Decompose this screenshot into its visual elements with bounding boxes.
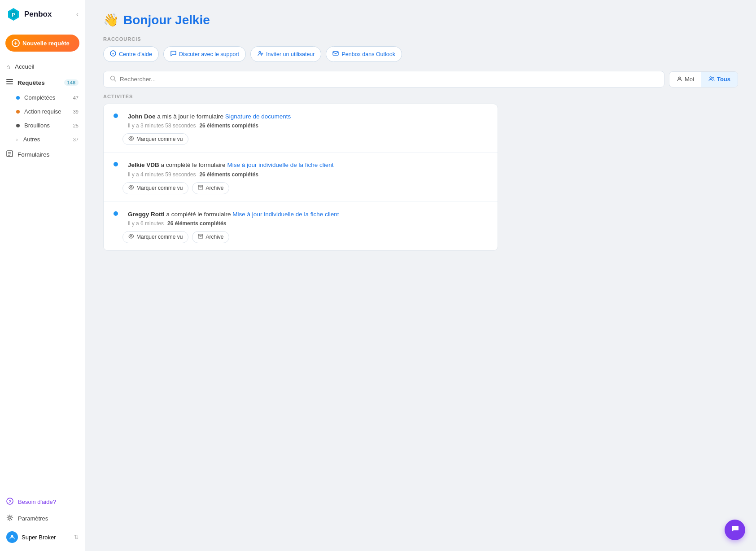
activity-3-meta: il y a 6 minutes 26 éléments complétés	[128, 220, 339, 227]
activities-section-label: ACTIVITÉS	[103, 94, 738, 99]
autres-badge: 37	[73, 137, 79, 142]
svg-line-21	[114, 80, 116, 82]
tab-tous[interactable]: Tous	[701, 72, 738, 87]
activity-1-dot	[114, 114, 118, 118]
sidebar-collapse-button[interactable]: ‹	[76, 10, 79, 18]
shortcut-discuter-support[interactable]: Discuter avec le support	[163, 46, 246, 62]
main-content: 👋 Bonjour Jelkie RACCOURCIS ? Centre d'a…	[85, 0, 756, 551]
help-icon: ?	[6, 498, 13, 506]
activity-2-dot	[114, 162, 118, 166]
user-area[interactable]: Super Broker ⇅	[0, 527, 85, 547]
search-filter-row: Moi Tous	[103, 71, 738, 87]
mark-seen-label-3: Marquer comme vu	[136, 234, 183, 240]
completees-badge: 47	[73, 95, 79, 101]
activity-2-meta: il y a 4 minutes 59 secondes 26 éléments…	[128, 171, 334, 178]
svg-rect-27	[198, 185, 203, 187]
tab-moi[interactable]: Moi	[669, 72, 701, 87]
activity-item-2: Jelkie VDB a complété le formulaire Mise…	[104, 153, 498, 201]
activity-1-action: a mis à jour le formulaire	[157, 113, 225, 120]
activity-2-content: Jelkie VDB a complété le formulaire Mise…	[128, 161, 334, 177]
archive-icon-3	[198, 234, 203, 241]
activity-2-header: Jelkie VDB a complété le formulaire Mise…	[114, 161, 488, 177]
svg-rect-19	[333, 52, 338, 55]
activity-item-3: Greggy Rotti a complété le formulaire Mi…	[104, 202, 498, 250]
sidebar-label-help: Besoin d'aide?	[18, 499, 56, 505]
sidebar-item-completees[interactable]: Complétées 47	[0, 91, 85, 105]
activity-2-count: 26 éléments complétés	[199, 171, 258, 178]
sidebar-item-formulaires[interactable]: Formulaires	[0, 146, 85, 162]
sidebar-footer: ? Besoin d'aide? Paramètres Super Brok	[0, 488, 85, 551]
activity-2-text: Jelkie VDB a complété le formulaire Mise…	[128, 161, 334, 170]
activity-2-form-link[interactable]: Mise à jour individuelle de la fiche cli…	[227, 162, 333, 168]
sub-nav: Complétées 47 Action requise 39 Brouillo…	[0, 91, 85, 146]
sidebar-item-requetes[interactable]: Requêtes 148	[0, 74, 85, 91]
sidebar-label-brouillons: Brouillons	[24, 122, 69, 129]
mark-seen-label-1: Marquer comme vu	[136, 136, 183, 142]
activity-3-text: Greggy Rotti a complété le formulaire Mi…	[128, 210, 339, 219]
shortcut-label-inviter-utilisateur: Inviter un utilisateur	[266, 51, 315, 57]
archive-button-3[interactable]: Archive	[192, 231, 229, 243]
sidebar-item-settings[interactable]: Paramètres	[0, 510, 85, 527]
sidebar-item-accueil[interactable]: ⌂ Accueil	[0, 59, 85, 74]
activity-3-dot	[114, 211, 118, 216]
sidebar-item-brouillons[interactable]: Brouillons 25	[0, 118, 85, 132]
action-requise-badge: 39	[73, 109, 79, 114]
new-request-label: Nouvelle requête	[22, 40, 70, 47]
activity-1-actions: Marquer comme vu	[122, 133, 488, 145]
svg-point-25	[131, 138, 132, 140]
shortcut-inviter-utilisateur[interactable]: Inviter un utilisateur	[250, 46, 321, 62]
tab-moi-label: Moi	[685, 76, 694, 83]
tab-tous-label: Tous	[717, 76, 730, 83]
svg-rect-4	[6, 81, 13, 82]
shortcut-label-centre-aide: Centre d'aide	[119, 51, 152, 57]
penbox-logo-icon: P	[6, 7, 21, 22]
sidebar-nav: ⌂ Accueil Requêtes 148 Complétées 47	[0, 55, 85, 488]
search-box	[103, 71, 664, 87]
svg-rect-5	[6, 83, 13, 84]
activity-1-content: John Doe a mis à jour le formulaire Sign…	[128, 112, 291, 129]
activity-3-form-link[interactable]: Mise à jour individuelle de la fiche cli…	[232, 211, 339, 218]
archive-button-2[interactable]: Archive	[192, 182, 229, 194]
activity-1-text: John Doe a mis à jour le formulaire Sign…	[128, 112, 291, 121]
sidebar-item-autres[interactable]: › Autres 37	[0, 132, 85, 146]
sidebar-label-requetes: Requêtes	[17, 79, 60, 86]
user-avatar	[6, 531, 18, 543]
user-name-label: Super Broker	[22, 534, 70, 541]
activity-3-content: Greggy Rotti a complété le formulaire Mi…	[128, 210, 339, 227]
activity-2-actions: Marquer comme vu Archive	[122, 182, 488, 194]
svg-point-29	[131, 236, 132, 237]
svg-text:?: ?	[112, 52, 114, 56]
new-request-button[interactable]: + Nouvelle requête	[5, 35, 79, 52]
activity-3-actions: Marquer comme vu Archive	[122, 231, 488, 243]
shortcut-label-discuter-support: Discuter avec le support	[179, 51, 239, 57]
mark-seen-button-3[interactable]: Marquer comme vu	[122, 231, 188, 243]
activity-2-user: Jelkie VDB	[128, 162, 159, 168]
search-input[interactable]	[120, 76, 658, 83]
user-add-icon	[257, 50, 263, 58]
svg-text:P: P	[12, 12, 15, 17]
sidebar-label-accueil: Accueil	[15, 63, 79, 70]
mark-seen-button-1[interactable]: Marquer comme vu	[122, 133, 188, 145]
users-icon	[708, 76, 715, 83]
sidebar-item-action-requise[interactable]: Action requise 39	[0, 105, 85, 118]
shortcuts-section-label: RACCOURCIS	[103, 36, 738, 42]
svg-rect-3	[6, 79, 13, 80]
user-chevron-icon: ⇅	[74, 534, 79, 540]
sidebar-item-help[interactable]: ? Besoin d'aide?	[0, 494, 85, 510]
svg-point-24	[712, 77, 713, 78]
mark-seen-button-2[interactable]: Marquer comme vu	[122, 182, 188, 194]
activity-1-form-link[interactable]: Signature de documents	[225, 113, 291, 120]
activity-1-header: John Doe a mis à jour le formulaire Sign…	[114, 112, 488, 129]
logo-area: P Penbox	[6, 7, 52, 22]
shortcut-penbox-outlook[interactable]: Penbox dans Outlook	[326, 46, 402, 62]
shortcut-centre-aide[interactable]: ? Centre d'aide	[103, 46, 159, 62]
page-header: 👋 Bonjour Jelkie	[103, 13, 738, 27]
settings-icon	[6, 514, 13, 523]
autres-chevron-icon: ›	[16, 137, 18, 142]
sidebar-label-formulaires: Formulaires	[17, 151, 79, 158]
chat-bubble-icon	[730, 524, 740, 536]
activity-1-time: il y a 3 minutes 58 secondes	[128, 122, 196, 129]
chat-bubble-button[interactable]	[725, 520, 745, 540]
brouillons-badge: 25	[73, 123, 79, 128]
activity-1-count: 26 éléments complétés	[199, 122, 258, 129]
